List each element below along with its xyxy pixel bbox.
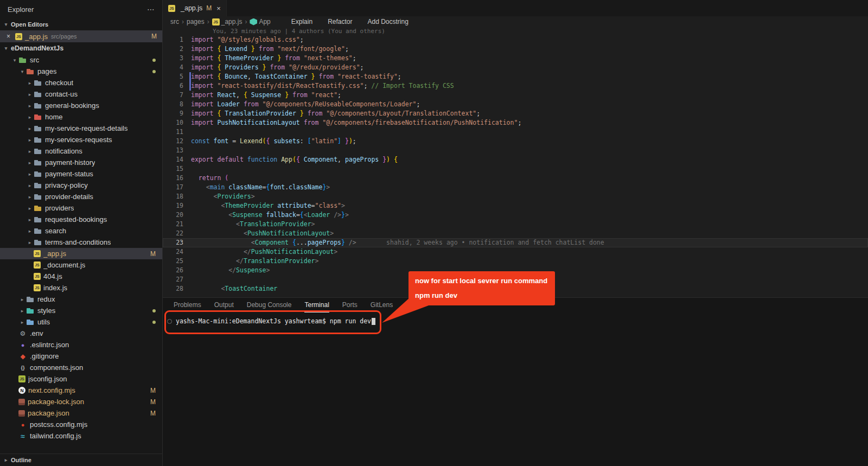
code-line-13[interactable]: 13 bbox=[163, 146, 868, 155]
code-line-28[interactable]: 28 <ToastContainer bbox=[163, 284, 868, 293]
workspace-header[interactable]: ▾ eDemandNextJs bbox=[0, 42, 162, 54]
code-line-23[interactable]: 23 <Component {...pageProps} /> shahid, … bbox=[163, 238, 868, 247]
panel-tab-terminal[interactable]: Terminal bbox=[304, 298, 329, 312]
code-line-1[interactable]: 1import "@/styles/globals.css"; bbox=[163, 35, 868, 44]
code-line-26[interactable]: 26 </Suspense> bbox=[163, 266, 868, 275]
code-line-16[interactable]: 16 return ( bbox=[163, 174, 868, 183]
tree-item-my-service-request-details[interactable]: ▸my-service-request-details bbox=[0, 123, 162, 134]
breadcrumb-_app.js[interactable]: _app.js bbox=[212, 18, 242, 25]
tree-item-payment-status[interactable]: ▸payment-status bbox=[0, 168, 162, 180]
tree-item-404.js[interactable]: 404.js bbox=[0, 271, 162, 282]
line-number: 6 bbox=[163, 81, 191, 91]
open-editors-header[interactable]: ▾ Open Editors bbox=[0, 18, 162, 30]
code-line-22[interactable]: 22 <PushNotificationLayout> bbox=[163, 229, 868, 238]
code-line-17[interactable]: 17 <main className={font.className}> bbox=[163, 183, 868, 192]
tree-item-home[interactable]: ▸home bbox=[0, 111, 162, 123]
tree-item-redux[interactable]: ▸redux bbox=[0, 293, 162, 305]
tree-item-package-lock.json[interactable]: package-lock.jsonM bbox=[0, 396, 162, 407]
tree-item-styles[interactable]: ▸styles bbox=[0, 305, 162, 316]
tree-item-tailwind.config.js[interactable]: tailwind.config.js bbox=[0, 430, 162, 442]
tree-item-label: home bbox=[45, 113, 63, 121]
tree-item-index.js[interactable]: index.js bbox=[0, 282, 162, 293]
tree-item-requested-bookings[interactable]: ▸requested-bookings bbox=[0, 214, 162, 225]
panel-tab-gitlens[interactable]: GitLens bbox=[371, 298, 393, 312]
code-text bbox=[191, 275, 868, 284]
code-line-11[interactable]: 11 bbox=[163, 127, 868, 137]
close-icon[interactable]: × bbox=[7, 33, 15, 40]
code-line-8[interactable]: 8import Loader from "@/components/ReUsea… bbox=[163, 100, 868, 109]
code-line-12[interactable]: 12const font = Lexend({ subsets: ["latin… bbox=[163, 137, 868, 146]
code-line-15[interactable]: 15 bbox=[163, 164, 868, 174]
open-editor-item-app-js[interactable]: × _app.js src/pages M bbox=[0, 30, 162, 42]
tree-item-_document.js[interactable]: _document.js bbox=[0, 259, 162, 271]
line-number: 22 bbox=[163, 229, 191, 238]
code-line-24[interactable]: 24 </PushNotificationLayout> bbox=[163, 247, 868, 257]
lens-action-add-docstring[interactable]: Add Docstring bbox=[367, 18, 408, 25]
line-number: 12 bbox=[163, 137, 191, 146]
terminal[interactable]: yashs-Mac-mini:eDemandNextJs yashwrteam$… bbox=[163, 312, 868, 330]
breadcrumb-App[interactable]: App bbox=[250, 18, 270, 25]
close-icon[interactable]: × bbox=[216, 4, 221, 12]
outline-header[interactable]: ▸ Outline bbox=[0, 454, 162, 466]
tree-item-label: package-lock.json bbox=[28, 398, 84, 406]
breadcrumb-label: pages bbox=[187, 18, 205, 25]
code-line-9[interactable]: 9import { TranslationProvider } from "@/… bbox=[163, 109, 868, 118]
tree-item-.gitignore[interactable]: .gitignore bbox=[0, 350, 162, 362]
code-line-25[interactable]: 25 </TranslationProvider> bbox=[163, 257, 868, 266]
code-line-20[interactable]: 20 <Suspense fallback={<Loader />}> bbox=[163, 210, 868, 220]
terminal-cursor bbox=[372, 318, 375, 325]
breadcrumb-separator-icon: › bbox=[244, 18, 248, 25]
tree-item-.eslintrc.json[interactable]: .eslintrc.json bbox=[0, 339, 162, 350]
code-line-14[interactable]: 14export default function App({ Componen… bbox=[163, 155, 868, 164]
code-line-4[interactable]: 4import { Providers } from "@/redux/prov… bbox=[163, 63, 868, 72]
chevron-down-icon: ▾ bbox=[2, 22, 10, 27]
tree-item-payment-history[interactable]: ▸payment-history bbox=[0, 157, 162, 168]
lens-action-explain[interactable]: Explain bbox=[291, 18, 312, 25]
code-line-18[interactable]: 18 <Providers> bbox=[163, 192, 868, 201]
panel-tab-ports[interactable]: Ports bbox=[342, 298, 358, 312]
breadcrumb-pages[interactable]: pages bbox=[187, 18, 205, 25]
tree-item-providers[interactable]: ▸providers bbox=[0, 202, 162, 214]
tree-item-privacy-policy[interactable]: ▸privacy-policy bbox=[0, 180, 162, 191]
panel-tab-debug-console[interactable]: Debug Console bbox=[247, 298, 292, 312]
tree-item-terms-and-conditions[interactable]: ▸terms-and-conditions bbox=[0, 237, 162, 248]
tree-item-label: privacy-policy bbox=[45, 181, 88, 189]
lens-action-refactor[interactable]: Refactor bbox=[328, 18, 352, 25]
tree-item-search[interactable]: ▸search bbox=[0, 225, 162, 237]
tree-item-notifications[interactable]: ▸notifications bbox=[0, 145, 162, 157]
tree-item-postcss.config.mjs[interactable]: postcss.config.mjs bbox=[0, 419, 162, 430]
tree-item-src[interactable]: ▾src bbox=[0, 54, 162, 66]
code-line-3[interactable]: 3import { ThemeProvider } from "next-the… bbox=[163, 54, 868, 63]
tree-item-utils[interactable]: ▸utils bbox=[0, 316, 162, 328]
tree-item-jsconfig.json[interactable]: jsconfig.json bbox=[0, 373, 162, 385]
tree-item-_app.js[interactable]: _app.jsM bbox=[0, 248, 162, 259]
tree-item-components.json[interactable]: components.json bbox=[0, 362, 162, 373]
code-line-6[interactable]: 6import "react-toastify/dist/ReactToasti… bbox=[163, 81, 868, 91]
panel-tab-output[interactable]: Output bbox=[214, 298, 234, 312]
tree-item-.env[interactable]: .env bbox=[0, 328, 162, 339]
tree-item-contact-us[interactable]: ▸contact-us bbox=[0, 88, 162, 100]
code-line-21[interactable]: 21 <TranslationProvider> bbox=[163, 220, 868, 229]
code-line-5[interactable]: 5import { Bounce, ToastContainer } from … bbox=[163, 72, 868, 81]
code-line-10[interactable]: 10import PushNotificationLayout from "@/… bbox=[163, 118, 868, 127]
code-line-27[interactable]: 27 bbox=[163, 275, 868, 284]
more-actions-icon[interactable]: ⋯ bbox=[147, 5, 155, 14]
tree-item-my-services-requests[interactable]: ▸my-services-requests bbox=[0, 134, 162, 145]
chevron-right-icon: ▸ bbox=[26, 217, 34, 222]
panel-tab-problems[interactable]: Problems bbox=[174, 298, 201, 312]
code-line-7[interactable]: 7import React, { Suspense } from "react"… bbox=[163, 91, 868, 100]
code-line-2[interactable]: 2import { Lexend } from "next/font/googl… bbox=[163, 44, 868, 54]
breadcrumb-src[interactable]: src bbox=[170, 18, 179, 25]
tree-item-label: contact-us bbox=[45, 90, 78, 98]
tree-item-next.config.mjs[interactable]: next.config.mjsM bbox=[0, 385, 162, 396]
tree-item-provider-details[interactable]: ▸provider-details bbox=[0, 191, 162, 202]
tab-app-js[interactable]: _app.js M × bbox=[163, 0, 227, 16]
tree-item-checkout[interactable]: ▸checkout bbox=[0, 77, 162, 88]
tree-item-pages[interactable]: ▾pages bbox=[0, 66, 162, 77]
line-number: 17 bbox=[163, 183, 191, 192]
npm-icon bbox=[18, 399, 25, 405]
code-line-19[interactable]: 19 <ThemeProvider attribute="class"> bbox=[163, 201, 868, 210]
line-number: 2 bbox=[163, 44, 191, 54]
tree-item-package.json[interactable]: package.jsonM bbox=[0, 407, 162, 419]
tree-item-general-bookings[interactable]: ▸general-bookings bbox=[0, 100, 162, 111]
